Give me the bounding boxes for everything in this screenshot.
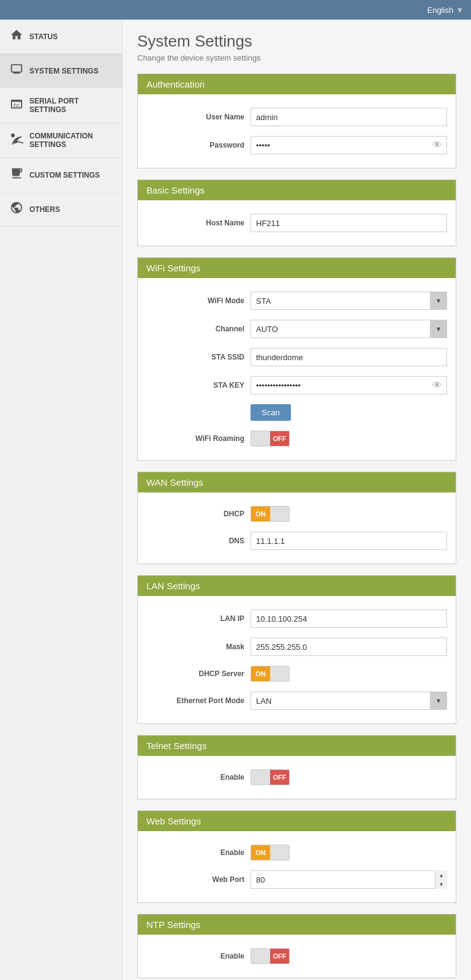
web-port-down-arrow[interactable]: ▼ <box>435 880 447 889</box>
toggle-off-side <box>251 431 270 446</box>
form-row-username: User Name <box>138 103 456 131</box>
terminal-icon <box>10 97 23 114</box>
password-toggle-icon[interactable]: 👁 <box>432 140 442 151</box>
web-enable-toggle[interactable]: ON <box>251 845 290 861</box>
section-wan: WAN Settings DHCP ON DNS <box>137 472 456 564</box>
section-ntp: NTP Settings Enable OFF <box>137 914 456 978</box>
channel-select[interactable]: AUTO 1 6 11 <box>251 320 447 338</box>
section-basic: Basic Settings Host Name <box>137 179 456 246</box>
section-body-telnet: Enable OFF <box>138 756 456 799</box>
globe-icon <box>10 201 23 217</box>
dns-input[interactable] <box>251 532 447 550</box>
form-row-dhcp: DHCP ON <box>138 501 456 527</box>
ssid-label: STA SSID <box>146 353 244 361</box>
monitor-icon <box>10 62 23 79</box>
ntp-enable-toggle[interactable]: OFF <box>251 948 290 964</box>
dhcp-label: DHCP <box>146 510 244 518</box>
web-port-label: Web Port <box>146 875 244 884</box>
web-port-up-arrow[interactable]: ▲ <box>435 870 447 880</box>
password-field-wrap: 👁 <box>251 136 447 154</box>
form-row-dhcp-server: DHCP Server ON <box>138 661 456 687</box>
language-label[interactable]: English <box>427 6 453 15</box>
form-row-dns: DNS <box>138 527 456 555</box>
telnet-toggle-off-side <box>251 770 270 785</box>
web-enable-label: Enable <box>146 848 244 857</box>
web-enable-toggle-wrap: ON <box>251 845 290 861</box>
sidebar-label-serial-port: SERIAL PORT SETTINGS <box>29 97 112 114</box>
sidebar-item-system-settings[interactable]: SYSTEM SETTINGS <box>0 54 122 88</box>
sidebar-item-communication-settings[interactable]: COMMUNICATION SETTINGS <box>0 123 122 158</box>
mask-input[interactable] <box>251 638 447 656</box>
section-body-web: Enable ON Web Port ▲ ▼ <box>138 831 456 902</box>
sta-key-field-wrap: 👁 <box>251 376 447 394</box>
mask-label: Mask <box>146 643 244 651</box>
wifi-mode-select[interactable]: STA AP AP+STA <box>251 292 447 310</box>
ssid-input[interactable] <box>251 348 447 366</box>
toggle-on-label: ON <box>251 507 270 521</box>
section-body-authentication: User Name Password 👁 <box>138 94 456 168</box>
form-row-lan-ip: LAN IP <box>138 605 456 633</box>
form-row-telnet-enable: Enable OFF <box>138 764 456 790</box>
channel-select-wrap: AUTO 1 6 11 ▼ <box>251 320 447 338</box>
sidebar-item-others[interactable]: OTHERS <box>0 192 122 227</box>
dhcp-server-toggle-wrap: ON <box>251 666 290 682</box>
channel-label: Channel <box>146 325 244 333</box>
sidebar-label-others: OTHERS <box>29 205 60 214</box>
sidebar-item-serial-port-settings[interactable]: SERIAL PORT SETTINGS <box>0 88 122 123</box>
form-row-scan: Scan <box>138 399 456 426</box>
section-body-ntp: Enable OFF <box>138 935 456 978</box>
home-icon <box>10 28 23 45</box>
toggle-on-side <box>270 507 289 521</box>
section-body-basic: Host Name <box>138 200 456 246</box>
ntp-toggle-off-side <box>251 949 270 963</box>
wifi-mode-select-wrap: STA AP AP+STA ▼ <box>251 292 447 310</box>
coffee-icon <box>10 167 23 183</box>
sidebar-label-custom: CUSTOM SETTINGS <box>29 171 100 179</box>
layout: STATUS SYSTEM SETTINGS SERIAL PORT SETTI… <box>0 20 471 980</box>
dhcp-toggle[interactable]: ON <box>251 506 290 522</box>
web-on-label: ON <box>251 845 270 860</box>
section-body-lan: LAN IP Mask DHCP Server ON <box>138 596 456 723</box>
telnet-enable-label: Enable <box>146 773 244 782</box>
web-on-side <box>270 845 289 860</box>
wifi-roaming-toggle[interactable]: OFF <box>251 431 290 447</box>
wifi-roaming-label: WiFi Roaming <box>146 434 244 443</box>
sta-key-toggle-icon[interactable]: 👁 <box>432 380 442 391</box>
section-body-wan: DHCP ON DNS <box>138 492 456 564</box>
sta-key-input[interactable] <box>251 376 447 394</box>
section-header-authentication: Authentication <box>138 74 456 94</box>
hostname-input[interactable] <box>251 214 447 232</box>
network-icon <box>10 132 23 149</box>
sidebar-item-custom-settings[interactable]: CUSTOM SETTINGS <box>0 158 122 192</box>
section-lan: LAN Settings LAN IP Mask DHCP Server ON <box>137 575 456 724</box>
sta-key-label: STA KEY <box>146 381 244 390</box>
scan-button[interactable]: Scan <box>251 404 291 421</box>
section-header-telnet: Telnet Settings <box>138 736 456 756</box>
toggle-off-label: OFF <box>270 431 289 446</box>
form-row-channel: Channel AUTO 1 6 11 ▼ <box>138 315 456 343</box>
form-row-password: Password 👁 <box>138 131 456 159</box>
username-label: User Name <box>146 113 244 121</box>
form-row-wifi-mode: WiFi Mode STA AP AP+STA ▼ <box>138 287 456 315</box>
dhcp-server-label: DHCP Server <box>146 669 244 678</box>
form-row-web-port: Web Port ▲ ▼ <box>138 865 456 894</box>
lan-ip-input[interactable] <box>251 609 447 628</box>
username-input[interactable] <box>251 108 447 126</box>
section-header-web: Web Settings <box>138 811 456 831</box>
main-content: System Settings Change the device system… <box>122 20 471 980</box>
sidebar-item-status[interactable]: STATUS <box>0 20 122 54</box>
section-authentication: Authentication User Name Password 👁 <box>137 74 456 168</box>
dhcp-server-toggle[interactable]: ON <box>251 666 290 682</box>
form-row-eth-port: Ethernet Port Mode LAN WAN ▼ <box>138 687 456 715</box>
language-chevron[interactable]: ▼ <box>456 6 464 15</box>
password-input[interactable] <box>251 136 447 154</box>
ntp-enable-toggle-wrap: OFF <box>251 948 290 964</box>
form-row-mask: Mask <box>138 633 456 661</box>
section-header-wifi: WiFi Settings <box>138 258 456 278</box>
sidebar-label-communication: COMMUNICATION SETTINGS <box>29 132 112 149</box>
telnet-enable-toggle[interactable]: OFF <box>251 769 290 785</box>
web-port-input[interactable] <box>251 870 447 889</box>
sidebar-label-system-settings: SYSTEM SETTINGS <box>29 67 99 75</box>
eth-port-select-wrap: LAN WAN ▼ <box>251 692 447 710</box>
eth-port-select[interactable]: LAN WAN <box>251 692 447 710</box>
